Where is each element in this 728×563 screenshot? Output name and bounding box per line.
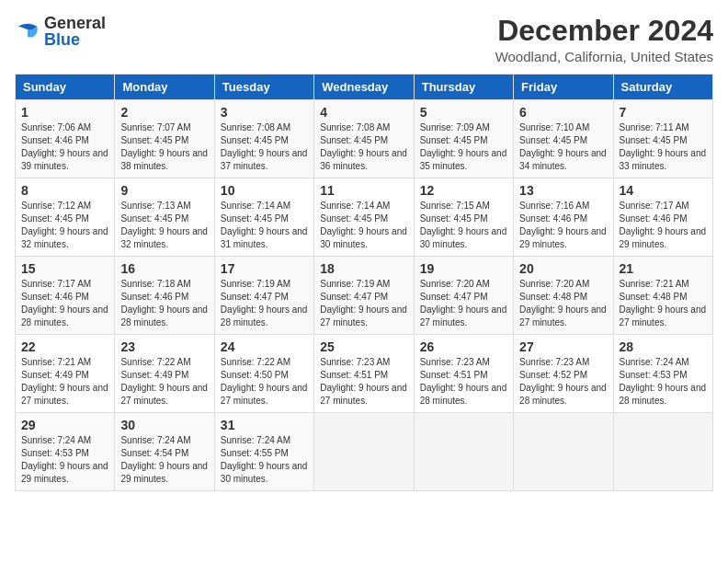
calendar-cell: 15 Sunrise: 7:17 AMSunset: 4:46 PMDaylig… xyxy=(16,257,115,335)
calendar-cell: 16 Sunrise: 7:18 AMSunset: 4:46 PMDaylig… xyxy=(115,257,214,335)
day-number: 4 xyxy=(320,105,407,120)
day-number: 25 xyxy=(320,339,407,354)
calendar-week-row: 22 Sunrise: 7:21 AMSunset: 4:49 PMDaylig… xyxy=(16,335,713,413)
day-info: Sunrise: 7:08 AMSunset: 4:45 PMDaylight:… xyxy=(221,122,308,171)
calendar-title: December 2024 xyxy=(495,15,713,47)
header-day: Saturday xyxy=(613,75,712,100)
day-info: Sunrise: 7:06 AMSunset: 4:46 PMDaylight:… xyxy=(21,122,108,171)
calendar-table: SundayMondayTuesdayWednesdayThursdayFrid… xyxy=(15,74,713,491)
day-number: 15 xyxy=(21,261,108,276)
logo: General Blue xyxy=(15,15,106,49)
day-number: 21 xyxy=(620,261,707,276)
header: General Blue December 2024 Woodland, Cal… xyxy=(15,15,713,64)
day-number: 10 xyxy=(221,183,308,198)
calendar-cell: 26 Sunrise: 7:23 AMSunset: 4:51 PMDaylig… xyxy=(414,335,513,413)
day-number: 17 xyxy=(221,261,308,276)
day-info: Sunrise: 7:12 AMSunset: 4:45 PMDaylight:… xyxy=(21,201,108,249)
day-info: Sunrise: 7:24 AMSunset: 4:53 PMDaylight:… xyxy=(21,435,108,484)
day-number: 28 xyxy=(620,339,707,354)
day-info: Sunrise: 7:10 AMSunset: 4:45 PMDaylight:… xyxy=(519,122,607,171)
day-info: Sunrise: 7:15 AMSunset: 4:45 PMDaylight:… xyxy=(420,201,507,249)
day-info: Sunrise: 7:16 AMSunset: 4:46 PMDaylight:… xyxy=(519,201,607,249)
day-info: Sunrise: 7:21 AMSunset: 4:49 PMDaylight:… xyxy=(21,357,108,406)
day-number: 29 xyxy=(21,418,108,432)
day-number: 7 xyxy=(620,105,707,120)
day-info: Sunrise: 7:22 AMSunset: 4:49 PMDaylight:… xyxy=(120,357,208,406)
day-info: Sunrise: 7:14 AMSunset: 4:45 PMDaylight:… xyxy=(221,201,308,249)
calendar-cell xyxy=(613,413,712,491)
day-number: 22 xyxy=(21,339,108,354)
day-info: Sunrise: 7:20 AMSunset: 4:48 PMDaylight:… xyxy=(519,279,607,327)
day-number: 16 xyxy=(120,261,208,276)
day-info: Sunrise: 7:23 AMSunset: 4:51 PMDaylight:… xyxy=(320,357,407,406)
day-info: Sunrise: 7:23 AMSunset: 4:52 PMDaylight:… xyxy=(519,357,607,406)
calendar-body: 1 Sunrise: 7:06 AMSunset: 4:46 PMDayligh… xyxy=(16,100,713,491)
day-number: 3 xyxy=(221,105,308,120)
calendar-cell: 21 Sunrise: 7:21 AMSunset: 4:48 PMDaylig… xyxy=(613,257,712,335)
day-number: 13 xyxy=(519,183,607,198)
day-number: 30 xyxy=(120,418,208,432)
calendar-cell: 8 Sunrise: 7:12 AMSunset: 4:45 PMDayligh… xyxy=(16,178,115,257)
day-info: Sunrise: 7:17 AMSunset: 4:46 PMDaylight:… xyxy=(620,201,707,249)
header-day: Friday xyxy=(514,75,613,100)
day-number: 9 xyxy=(120,183,208,198)
day-info: Sunrise: 7:14 AMSunset: 4:45 PMDaylight:… xyxy=(320,201,407,249)
calendar-cell: 17 Sunrise: 7:19 AMSunset: 4:47 PMDaylig… xyxy=(214,257,313,335)
day-info: Sunrise: 7:11 AMSunset: 4:45 PMDaylight:… xyxy=(620,122,707,171)
header-row: SundayMondayTuesdayWednesdayThursdayFrid… xyxy=(16,75,713,100)
day-number: 26 xyxy=(420,339,507,354)
day-number: 1 xyxy=(21,105,108,120)
day-info: Sunrise: 7:23 AMSunset: 4:51 PMDaylight:… xyxy=(420,357,507,406)
calendar-week-row: 1 Sunrise: 7:06 AMSunset: 4:46 PMDayligh… xyxy=(16,100,713,178)
header-day: Thursday xyxy=(414,75,513,100)
title-area: December 2024 Woodland, California, Unit… xyxy=(495,15,713,64)
day-number: 14 xyxy=(620,183,707,198)
calendar-cell: 1 Sunrise: 7:06 AMSunset: 4:46 PMDayligh… xyxy=(16,100,115,178)
day-number: 2 xyxy=(120,105,208,120)
calendar-cell: 12 Sunrise: 7:15 AMSunset: 4:45 PMDaylig… xyxy=(414,178,513,257)
calendar-cell: 9 Sunrise: 7:13 AMSunset: 4:45 PMDayligh… xyxy=(115,178,214,257)
day-number: 5 xyxy=(420,105,507,120)
calendar-cell: 11 Sunrise: 7:14 AMSunset: 4:45 PMDaylig… xyxy=(314,178,414,257)
day-info: Sunrise: 7:24 AMSunset: 4:54 PMDaylight:… xyxy=(120,435,208,484)
calendar-cell xyxy=(314,413,414,491)
calendar-cell: 25 Sunrise: 7:23 AMSunset: 4:51 PMDaylig… xyxy=(314,335,414,413)
logo-icon xyxy=(15,19,40,45)
day-info: Sunrise: 7:20 AMSunset: 4:47 PMDaylight:… xyxy=(420,279,507,327)
header-day: Tuesday xyxy=(214,75,313,100)
calendar-cell: 5 Sunrise: 7:09 AMSunset: 4:45 PMDayligh… xyxy=(414,100,513,178)
day-number: 8 xyxy=(21,183,108,198)
calendar-cell: 31 Sunrise: 7:24 AMSunset: 4:55 PMDaylig… xyxy=(214,413,313,491)
calendar-cell: 23 Sunrise: 7:22 AMSunset: 4:49 PMDaylig… xyxy=(115,335,214,413)
day-number: 11 xyxy=(320,183,407,198)
calendar-subtitle: Woodland, California, United States xyxy=(495,49,713,64)
calendar-cell xyxy=(514,413,613,491)
calendar-cell xyxy=(414,413,513,491)
calendar-cell: 14 Sunrise: 7:17 AMSunset: 4:46 PMDaylig… xyxy=(613,178,712,257)
calendar-header: SundayMondayTuesdayWednesdayThursdayFrid… xyxy=(16,75,713,100)
calendar-cell: 19 Sunrise: 7:20 AMSunset: 4:47 PMDaylig… xyxy=(414,257,513,335)
calendar-cell: 2 Sunrise: 7:07 AMSunset: 4:45 PMDayligh… xyxy=(115,100,214,178)
calendar-cell: 13 Sunrise: 7:16 AMSunset: 4:46 PMDaylig… xyxy=(514,178,613,257)
calendar-cell: 22 Sunrise: 7:21 AMSunset: 4:49 PMDaylig… xyxy=(16,335,115,413)
calendar-cell: 7 Sunrise: 7:11 AMSunset: 4:45 PMDayligh… xyxy=(613,100,712,178)
day-number: 27 xyxy=(519,339,607,354)
day-info: Sunrise: 7:22 AMSunset: 4:50 PMDaylight:… xyxy=(221,357,308,406)
calendar-cell: 28 Sunrise: 7:24 AMSunset: 4:53 PMDaylig… xyxy=(613,335,712,413)
calendar-cell: 4 Sunrise: 7:08 AMSunset: 4:45 PMDayligh… xyxy=(314,100,414,178)
calendar-week-row: 15 Sunrise: 7:17 AMSunset: 4:46 PMDaylig… xyxy=(16,257,713,335)
calendar-cell: 27 Sunrise: 7:23 AMSunset: 4:52 PMDaylig… xyxy=(514,335,613,413)
day-info: Sunrise: 7:19 AMSunset: 4:47 PMDaylight:… xyxy=(320,279,407,327)
day-info: Sunrise: 7:19 AMSunset: 4:47 PMDaylight:… xyxy=(221,279,308,327)
logo-blue: Blue xyxy=(44,30,80,49)
day-info: Sunrise: 7:17 AMSunset: 4:46 PMDaylight:… xyxy=(21,279,108,327)
header-day: Sunday xyxy=(16,75,115,100)
header-day: Wednesday xyxy=(314,75,414,100)
calendar-cell: 20 Sunrise: 7:20 AMSunset: 4:48 PMDaylig… xyxy=(514,257,613,335)
calendar-cell: 29 Sunrise: 7:24 AMSunset: 4:53 PMDaylig… xyxy=(16,413,115,491)
day-number: 12 xyxy=(420,183,507,198)
day-info: Sunrise: 7:21 AMSunset: 4:48 PMDaylight:… xyxy=(620,279,707,327)
day-info: Sunrise: 7:24 AMSunset: 4:53 PMDaylight:… xyxy=(620,357,707,406)
calendar-cell: 24 Sunrise: 7:22 AMSunset: 4:50 PMDaylig… xyxy=(214,335,313,413)
day-number: 6 xyxy=(519,105,607,120)
